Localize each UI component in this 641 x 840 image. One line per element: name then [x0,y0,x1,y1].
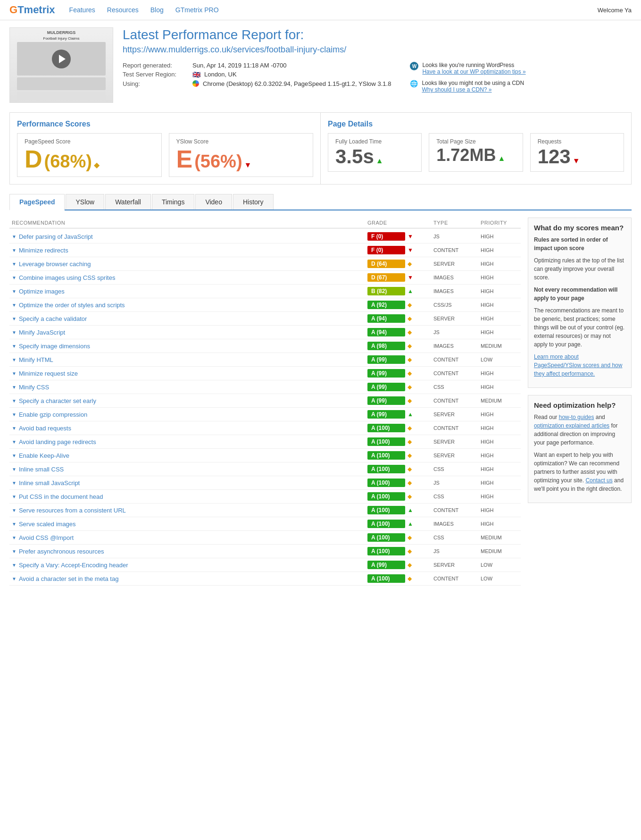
rec-name-link[interactable]: Leverage browser caching [19,260,91,268]
rec-name-link[interactable]: Specify a character set early [19,397,96,404]
toggle-arrow-icon[interactable]: ▼ [12,316,17,321]
toggle-arrow-icon[interactable]: ▼ [12,234,17,239]
rec-name-link[interactable]: Avoid bad requests [19,425,71,432]
tab-yslow[interactable]: YSlow [66,194,104,210]
toggle-arrow-icon[interactable]: ▼ [12,289,17,294]
toggle-arrow-icon[interactable]: ▼ [12,453,17,458]
priority-cell: HIGH [481,439,518,445]
toggle-arrow-icon[interactable]: ▼ [12,357,17,362]
table-row: ▼ Enable Keep-Alive A (100) ◆ SERVER HIG… [9,449,521,462]
rec-name-link[interactable]: Optimize images [19,288,65,295]
priority-cell: HIGH [481,466,518,472]
report-title-area: Latest Performance Report for: https://w… [123,27,632,103]
nav-features[interactable]: Features [69,6,95,14]
rec-name-link[interactable]: Enable Keep-Alive [19,452,69,459]
grade-cell: A (100) ◆ [367,465,433,473]
rec-name-link[interactable]: Serve scaled images [19,521,76,528]
toggle-arrow-icon[interactable]: ▼ [12,549,17,554]
grade-bar: A (92) [367,301,405,309]
toggle-arrow-icon[interactable]: ▼ [12,576,17,581]
rec-name-link[interactable]: Minimize request size [19,370,78,377]
toggle-arrow-icon[interactable]: ▼ [12,480,17,486]
table-row: ▼ Avoid landing page redirects A (100) ◆… [9,435,521,449]
rec-name-link[interactable]: Defer parsing of JavaScript [19,233,93,240]
scores-meaning-link[interactable]: Learn more about PageSpeed/YSlow scores … [534,353,622,377]
optimization-articles-link[interactable]: optimization explained articles [534,422,609,429]
page-size-card: Total Page Size 1.72MB ▲ [429,133,523,172]
toggle-arrow-icon[interactable]: ▼ [12,535,17,540]
rec-name-link[interactable]: Minify JavaScript [19,329,65,336]
toggle-arrow-icon[interactable]: ▼ [12,494,17,499]
priority-cell: HIGH [481,480,518,486]
table-row: ▼ Serve resources from a consistent URL … [9,504,521,517]
grade-icon: ◆ [408,562,412,568]
report-header: MULDERRIGS Football Injury Claims Latest… [9,27,632,103]
rec-name-link[interactable]: Put CSS in the document head [19,493,103,500]
logo[interactable]: GTmetrix [9,4,55,16]
tab-timings[interactable]: Timings [152,194,195,210]
table-row: ▼ Prefer asynchronous resources A (100) … [9,545,521,558]
rec-name-link[interactable]: Serve resources from a consistent URL [19,507,126,514]
grade-icon: ◆ [408,397,412,404]
generated-label: Report generated: [123,62,189,69]
toggle-arrow-icon[interactable]: ▼ [12,344,17,349]
detail-cards: Fully Loaded Time 3.5s ▲ Total Page Size… [328,133,624,172]
wp-notice-link[interactable]: Have a look at our WP optimization tips … [422,68,525,75]
tab-history[interactable]: History [233,194,274,210]
toggle-arrow-icon[interactable]: ▼ [12,398,17,403]
nav-blog[interactable]: Blog [150,6,164,14]
rec-name-link[interactable]: Inline small JavaScript [19,479,80,487]
toggle-arrow-icon[interactable]: ▼ [12,261,17,267]
toggle-arrow-icon[interactable]: ▼ [12,467,17,472]
toggle-arrow-icon[interactable]: ▼ [12,385,17,390]
toggle-arrow-icon[interactable]: ▼ [12,426,17,431]
grade-cell: A (100) ◆ [367,437,433,446]
tab-pagespeed[interactable]: PageSpeed [9,194,65,210]
rec-name-link[interactable]: Inline small CSS [19,466,64,473]
toggle-arrow-icon[interactable]: ▼ [12,248,17,253]
nav-resources[interactable]: Resources [107,6,139,14]
toggle-arrow-icon[interactable]: ▼ [12,412,17,417]
grade-cell: A (99) ◆ [367,396,433,405]
rec-name-link[interactable]: Combine images using CSS sprites [19,274,115,281]
grade-bar: A (100) [367,479,405,487]
contact-us-link[interactable]: Contact us [585,477,612,484]
nav-gtmetrix-pro[interactable]: GTmetrix PRO [175,6,219,14]
rec-name-link[interactable]: Avoid a character set in the meta tag [19,575,119,582]
rec-name-link[interactable]: Minimize redirects [19,247,68,254]
scores-p4: The recommendations are meant to be gene… [534,306,625,349]
toggle-arrow-icon[interactable]: ▼ [12,563,17,568]
priority-cell: HIGH [481,412,518,417]
cdn-notice-link[interactable]: Why should I use a CDN? » [422,86,491,93]
rec-name-link[interactable]: Specify a Vary: Accept-Encoding header [19,562,128,569]
tab-video[interactable]: Video [195,194,232,210]
rec-name-link[interactable]: Specify a cache validator [19,315,87,322]
grade-bar: A (100) [367,465,405,473]
type-cell: CONTENT [433,576,481,581]
priority-cell: HIGH [481,494,518,499]
toggle-arrow-icon[interactable]: ▼ [12,371,17,376]
rec-name-link[interactable]: Specify image dimensions [19,343,90,350]
grade-cell: A (100) ◆ [367,547,433,555]
rec-name-link[interactable]: Prefer asynchronous resources [19,548,104,555]
sidebar: What do my scores mean? Rules are sorted… [528,218,632,586]
toggle-arrow-icon[interactable]: ▼ [12,439,17,445]
rec-name-cell: ▼ Prefer asynchronous resources [12,548,367,555]
toggle-arrow-icon[interactable]: ▼ [12,302,17,308]
type-cell: CSS [433,466,481,472]
rec-name-link[interactable]: Minify CSS [19,384,49,391]
pagespeed-label: PageSpeed Score [25,138,154,145]
rec-name-link[interactable]: Avoid CSS @Import [19,534,74,541]
toggle-arrow-icon[interactable]: ▼ [12,275,17,280]
rec-name-link[interactable]: Avoid landing page redirects [19,438,96,445]
tab-waterfall[interactable]: Waterfall [105,194,151,210]
rec-name-link[interactable]: Optimize the order of styles and scripts [19,302,125,309]
rec-name-link[interactable]: Enable gzip compression [19,411,87,418]
toggle-arrow-icon[interactable]: ▼ [12,330,17,335]
how-to-guides-link[interactable]: how-to guides [559,414,594,420]
table-row: ▼ Inline small CSS A (100) ◆ CSS HIGH [9,462,521,476]
toggle-arrow-icon[interactable]: ▼ [12,521,17,527]
toggle-arrow-icon[interactable]: ▼ [12,508,17,513]
rec-name-link[interactable]: Minify HTML [19,356,53,363]
yslow-score-display: E (56%) ▼ [176,147,306,172]
